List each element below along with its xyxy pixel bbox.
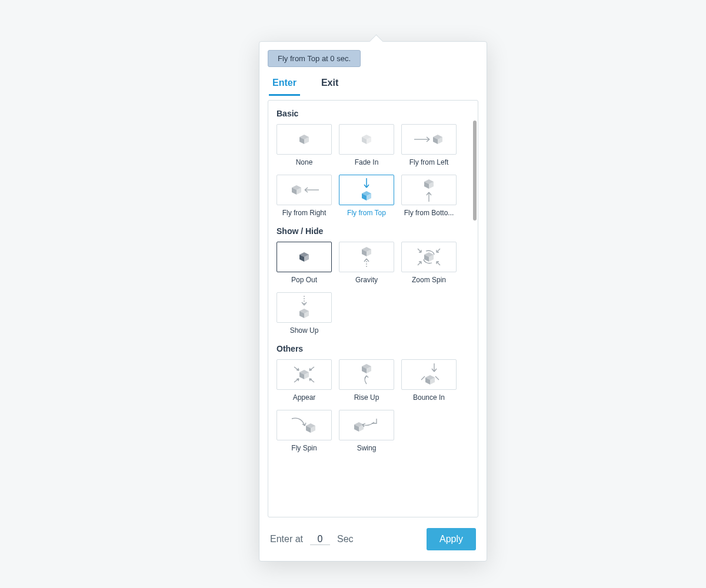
cube-dashed-up-icon xyxy=(359,245,374,269)
section-title: Show / Hide xyxy=(277,226,474,236)
arc-right-cube-icon xyxy=(288,415,320,435)
animation-none[interactable]: None xyxy=(277,124,332,166)
tab-exit[interactable]: Exit xyxy=(318,73,342,96)
section-others: Others Appear xyxy=(277,344,474,452)
animation-label: Appear xyxy=(277,393,332,402)
animation-label: Bounce In xyxy=(401,393,457,402)
animation-show-up[interactable]: Show Up xyxy=(277,292,332,335)
thumb-fly-left[interactable] xyxy=(401,124,457,155)
cube-dark-icon xyxy=(298,251,310,263)
arrow-up-cube-icon xyxy=(422,177,436,203)
animation-gravity[interactable]: Gravity xyxy=(339,242,394,284)
animation-fly-from-left[interactable]: Fly from Left xyxy=(401,124,457,166)
arrow-right-cube-icon xyxy=(412,132,446,146)
animation-fly-from-top[interactable]: Fly from Top xyxy=(339,175,394,217)
tab-bar: Enter Exit xyxy=(259,73,487,96)
current-animation-chip[interactable]: Fly from Top at 0 sec. xyxy=(268,50,361,67)
animation-list: Basic None Fade In xyxy=(268,100,478,517)
dashed-down-cube-icon xyxy=(297,295,311,320)
thumb-fly-bottom[interactable] xyxy=(401,175,457,205)
animation-label: Fly from Botto... xyxy=(401,209,457,217)
section-title: Basic xyxy=(277,109,474,118)
thumb-bounce-in[interactable] xyxy=(401,359,457,390)
swing-icon xyxy=(351,415,382,435)
animation-fade-in[interactable]: Fade In xyxy=(339,124,394,166)
arrow-down-cube-icon xyxy=(359,177,374,203)
apply-button[interactable]: Apply xyxy=(427,528,476,550)
thumb-zoom-spin[interactable] xyxy=(401,242,457,272)
enter-at-input[interactable] xyxy=(310,534,330,545)
panel-footer: Enter at Sec Apply xyxy=(259,517,487,550)
animation-rise-up[interactable]: Rise Up xyxy=(339,359,394,402)
zoom-spin-icon xyxy=(414,245,444,269)
converge-icon xyxy=(291,363,318,386)
animation-label: Pop Out xyxy=(277,276,332,284)
thumb-appear[interactable] xyxy=(277,359,332,390)
animation-label: Fly from Left xyxy=(401,158,457,166)
curve-up-cube-icon xyxy=(359,362,374,387)
animation-label: Zoom Spin xyxy=(401,276,457,284)
animation-label: Fly Spin xyxy=(277,444,332,452)
enter-at-label: Enter at xyxy=(270,534,303,544)
cube-faded-icon xyxy=(361,133,372,145)
thumb-gravity[interactable] xyxy=(339,242,394,272)
section-basic: Basic None Fade In xyxy=(277,109,474,217)
animation-zoom-spin[interactable]: Zoom Spin xyxy=(401,242,457,284)
animation-label: Fly from Top xyxy=(339,209,394,217)
animation-label: Rise Up xyxy=(339,393,394,402)
thumb-rise-up[interactable] xyxy=(339,359,394,390)
animation-label: Show Up xyxy=(277,326,332,335)
animation-fly-spin[interactable]: Fly Spin xyxy=(277,410,332,452)
enter-at-group: Enter at Sec xyxy=(270,534,354,545)
tab-enter[interactable]: Enter xyxy=(269,73,300,96)
animation-bounce-in[interactable]: Bounce In xyxy=(401,359,457,402)
thumb-fly-top[interactable] xyxy=(339,175,394,205)
thumb-pop-out[interactable] xyxy=(277,242,332,272)
bounce-icon xyxy=(415,362,442,387)
thumb-fly-spin[interactable] xyxy=(277,410,332,440)
animation-label: Gravity xyxy=(339,276,394,284)
section-show-hide: Show / Hide Pop Out xyxy=(277,226,474,335)
animation-swing[interactable]: Swing xyxy=(339,410,394,452)
animation-label: Fly from Right xyxy=(277,209,332,217)
thumb-fly-right[interactable] xyxy=(277,175,332,205)
scrollbar-thumb[interactable] xyxy=(473,121,477,220)
arrow-left-cube-icon xyxy=(287,183,321,197)
animation-panel: Fly from Top at 0 sec. Enter Exit Basic … xyxy=(259,41,487,562)
section-title: Others xyxy=(277,344,474,353)
animation-fly-from-right[interactable]: Fly from Right xyxy=(277,175,332,217)
animation-label: Fade In xyxy=(339,158,394,166)
thumb-show-up[interactable] xyxy=(277,292,332,323)
thumb-fade-in[interactable] xyxy=(339,124,394,155)
thumb-swing[interactable] xyxy=(339,410,394,440)
animation-pop-out[interactable]: Pop Out xyxy=(277,242,332,284)
animation-label: Swing xyxy=(339,444,394,452)
animation-label: None xyxy=(277,158,332,166)
thumb-none[interactable] xyxy=(277,124,332,155)
animation-appear[interactable]: Appear xyxy=(277,359,332,402)
enter-at-unit: Sec xyxy=(337,534,354,544)
animation-fly-from-bottom[interactable]: Fly from Botto... xyxy=(401,175,457,217)
cube-icon xyxy=(298,133,310,145)
